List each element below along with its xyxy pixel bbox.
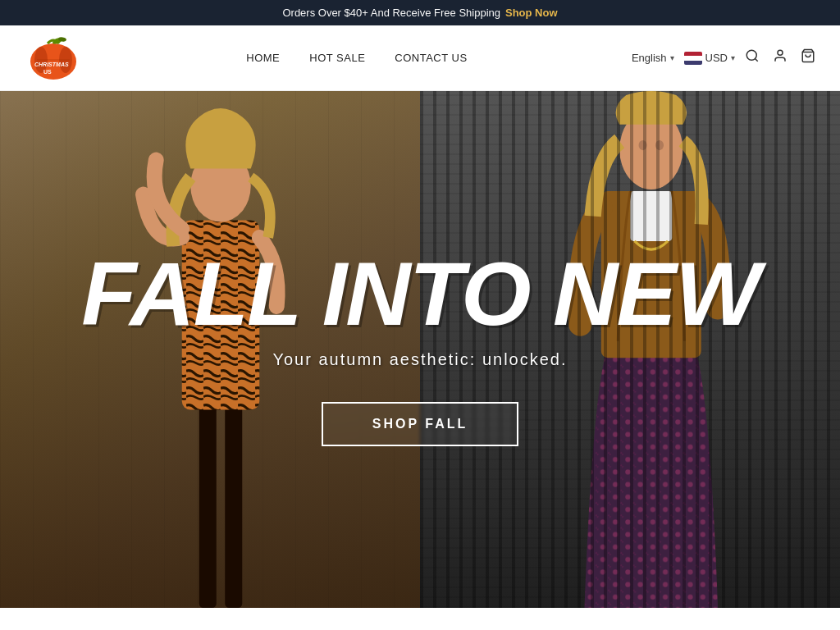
site-header: CHRISTMAS US HOME HOT SALE CONTACT US En… bbox=[0, 25, 840, 91]
svg-line-9 bbox=[755, 58, 757, 61]
header-icons bbox=[745, 48, 815, 67]
svg-point-10 bbox=[778, 50, 783, 55]
hero-content: FALL INTO NEW Your autumn aesthetic: unl… bbox=[0, 91, 840, 608]
language-selector[interactable]: English ▾ bbox=[632, 52, 674, 64]
account-icon[interactable] bbox=[773, 48, 788, 67]
svg-point-8 bbox=[746, 50, 756, 60]
currency-selector[interactable]: USD ▾ bbox=[684, 52, 735, 65]
language-chevron-icon: ▾ bbox=[670, 53, 674, 62]
nav-hot-sale[interactable]: HOT SALE bbox=[309, 52, 365, 64]
hero-banner: FALL INTO NEW Your autumn aesthetic: unl… bbox=[0, 91, 840, 608]
header-right: English ▾ USD ▾ bbox=[632, 48, 815, 67]
logo-area[interactable]: CHRISTMAS US bbox=[25, 35, 82, 80]
main-nav: HOME HOT SALE CONTACT US bbox=[246, 52, 467, 64]
cart-icon[interactable] bbox=[801, 48, 815, 67]
currency-label: USD bbox=[705, 52, 728, 64]
hero-title: FALL INTO NEW bbox=[81, 253, 758, 334]
hero-cta-button[interactable]: SHOP FALL bbox=[322, 402, 519, 446]
currency-chevron-icon: ▾ bbox=[731, 53, 735, 62]
language-label: English bbox=[632, 52, 667, 64]
flag-icon bbox=[684, 52, 702, 65]
announcement-bar: Orders Over $40+ And Receive Free Shippi… bbox=[0, 0, 840, 25]
nav-contact-us[interactable]: CONTACT US bbox=[395, 52, 467, 64]
search-icon[interactable] bbox=[745, 48, 760, 67]
logo-icon: CHRISTMAS US bbox=[25, 35, 82, 80]
hot-sale-section: Hot Sale View all bbox=[0, 608, 840, 630]
svg-text:CHRISTMAS: CHRISTMAS bbox=[34, 62, 69, 67]
announcement-text: Orders Over $40+ And Receive Free Shippi… bbox=[282, 7, 500, 19]
nav-home[interactable]: HOME bbox=[246, 52, 280, 64]
announcement-link[interactable]: Shop Now bbox=[505, 7, 558, 19]
svg-text:US: US bbox=[43, 69, 52, 75]
hero-subtitle: Your autumn aesthetic: unlocked. bbox=[272, 350, 567, 369]
